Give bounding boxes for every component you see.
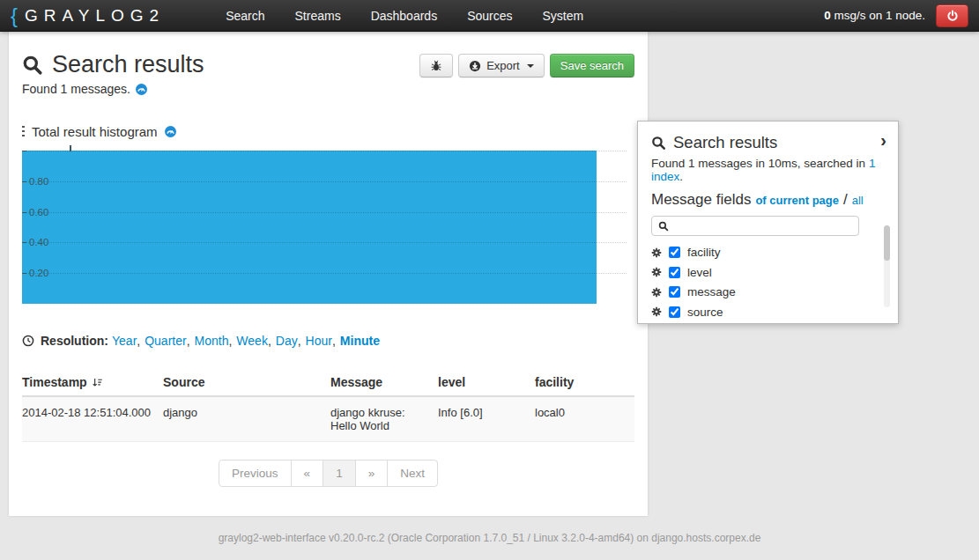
result-histogram-chart: 0.80 0.60 0.40 0.20 (22, 147, 627, 304)
separator: , (187, 334, 190, 348)
sidebar-summary: Found 1 messages in 10ms, searched in 1 … (651, 157, 885, 183)
caret-down-icon (527, 64, 534, 68)
export-button[interactable]: Export (458, 54, 545, 77)
y-axis-tick (22, 151, 26, 151)
bug-icon (430, 60, 442, 72)
resolution-year[interactable]: Year (112, 334, 137, 348)
search-icon (651, 136, 666, 151)
resolution-label: Resolution: (41, 334, 108, 348)
gridline (22, 273, 627, 274)
debug-button[interactable] (419, 54, 453, 77)
gridline (22, 242, 627, 243)
top-navbar: { GRAYLOG2 Search Streams Dashboards Sou… (0, 0, 979, 32)
nav-item-system[interactable]: System (528, 0, 599, 32)
search-icon (22, 55, 43, 76)
add-to-dashboard-icon[interactable] (136, 84, 147, 95)
pagination: Previous « 1 » Next (219, 460, 438, 487)
y-axis-label: 0.40 (29, 237, 48, 247)
y-axis-label-1-clipped (70, 145, 71, 151)
brand-logo[interactable]: { GRAYLOG2 (11, 4, 165, 28)
logout-button[interactable] (936, 4, 968, 27)
histogram-title: Total result histogram (32, 124, 158, 139)
field-checkbox-message[interactable] (669, 286, 680, 298)
cell-source: django (163, 396, 330, 442)
column-header-facility: facility (535, 371, 634, 396)
message-fields-title: Message fields (651, 191, 751, 209)
histogram-bar (22, 151, 597, 304)
scrollbar-thumb[interactable] (884, 225, 890, 261)
fields-separator: / (843, 191, 848, 209)
field-checkbox-facility[interactable] (669, 247, 680, 258)
export-button-label: Export (486, 59, 520, 72)
navbar-right: 0 msg/s on 1 node. (824, 4, 968, 27)
chevron-right-icon[interactable]: › (880, 131, 886, 149)
field-search-input[interactable] (669, 217, 858, 235)
column-header-timestamp[interactable]: Timestamp (22, 371, 163, 396)
search-sidebar-panel: › Search results Found 1 messages in 10m… (637, 121, 899, 324)
pagination-next[interactable]: Next (387, 461, 437, 486)
nav-item-dashboards[interactable]: Dashboards (356, 0, 453, 32)
sort-icon (92, 377, 103, 388)
page-header: Search results Export Save search (22, 51, 634, 78)
throughput-text: msg/s on 1 node. (831, 9, 925, 22)
result-count-line: Found 1 messages. (22, 82, 634, 96)
fields-all-link[interactable]: all (852, 194, 864, 207)
summary-prefix: Found 1 messages in 10ms, searched in (651, 157, 869, 170)
field-checkbox-level[interactable] (669, 267, 680, 278)
resolution-hour[interactable]: Hour (306, 334, 332, 348)
field-list: facility level message source (651, 246, 885, 319)
pagination-page-1[interactable]: 1 (323, 461, 355, 486)
summary-suffix: . (679, 170, 683, 183)
separator: , (332, 334, 336, 348)
footer-version-text: graylog2-web-interface v0.20.0-rc.2 (Ora… (0, 532, 979, 544)
result-count-text: Found 1 messages. (22, 82, 130, 96)
separator: , (228, 334, 232, 348)
save-search-button[interactable]: Save search (550, 54, 634, 77)
search-results-panel: Search results Export Save search Found … (9, 32, 648, 516)
main-nav: Search Streams Dashboards Sources System (211, 0, 598, 32)
column-header-source: Source (163, 371, 330, 396)
y-axis-tick (22, 212, 26, 213)
resolution-quarter[interactable]: Quarter (145, 334, 186, 348)
resolution-month[interactable]: Month (195, 334, 229, 348)
page-title: Search results (22, 51, 204, 78)
resolution-week[interactable]: Week (236, 334, 268, 348)
pagination-last[interactable]: » (355, 461, 388, 486)
cell-facility: local0 (535, 396, 634, 442)
download-icon (469, 60, 481, 72)
message-table-row[interactable]: 2014-02-18 12:51:04.000 django django kk… (22, 396, 634, 442)
y-axis-label: 0.60 (29, 207, 48, 217)
histogram-header: Total result histogram (22, 124, 634, 139)
y-axis-label: 0.80 (29, 176, 48, 187)
gear-icon[interactable] (651, 267, 662, 277)
add-to-dashboard-icon[interactable] (165, 126, 176, 137)
field-label: level (687, 266, 712, 279)
field-checkbox-source[interactable] (669, 306, 680, 318)
nav-item-sources[interactable]: Sources (452, 0, 527, 32)
gear-icon[interactable] (651, 306, 662, 317)
header-actions: Export Save search (419, 54, 634, 77)
gear-icon[interactable] (651, 287, 662, 298)
cell-timestamp: 2014-02-18 12:51:04.000 (22, 396, 163, 442)
pagination-first[interactable]: « (291, 461, 323, 486)
nav-item-search[interactable]: Search (211, 0, 279, 32)
y-axis-tick (22, 181, 26, 182)
resolution-minute-selected[interactable]: Minute (340, 334, 380, 348)
gridline (22, 181, 627, 182)
pagination-previous[interactable]: Previous (219, 461, 291, 486)
field-row-level: level (651, 266, 885, 279)
panel-scrollbar (884, 225, 890, 307)
save-search-label: Save search (560, 59, 624, 72)
fields-current-page-link[interactable]: of current page (755, 194, 839, 207)
column-header-timestamp-label: Timestamp (22, 375, 87, 389)
field-row-message: message (651, 285, 885, 298)
magnifier-icon (658, 221, 669, 232)
gear-icon[interactable] (651, 247, 662, 258)
brand-text: GRAYLOG2 (25, 6, 165, 26)
column-header-message: Message (330, 371, 438, 396)
nav-item-streams[interactable]: Streams (280, 0, 356, 32)
sidebar-title-text: Search results (673, 133, 777, 152)
field-label: facility (687, 246, 721, 259)
resolution-day[interactable]: Day (276, 334, 298, 348)
drag-handle-icon[interactable] (22, 126, 25, 138)
